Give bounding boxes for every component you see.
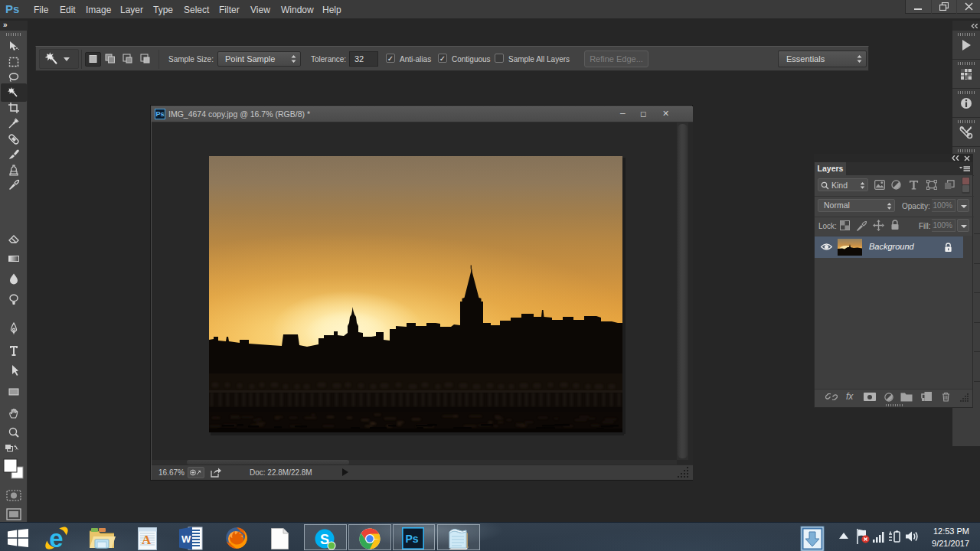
svg-text:W: W bbox=[181, 533, 191, 545]
svg-text:Ps: Ps bbox=[406, 533, 419, 545]
svg-text:A: A bbox=[142, 533, 152, 547]
